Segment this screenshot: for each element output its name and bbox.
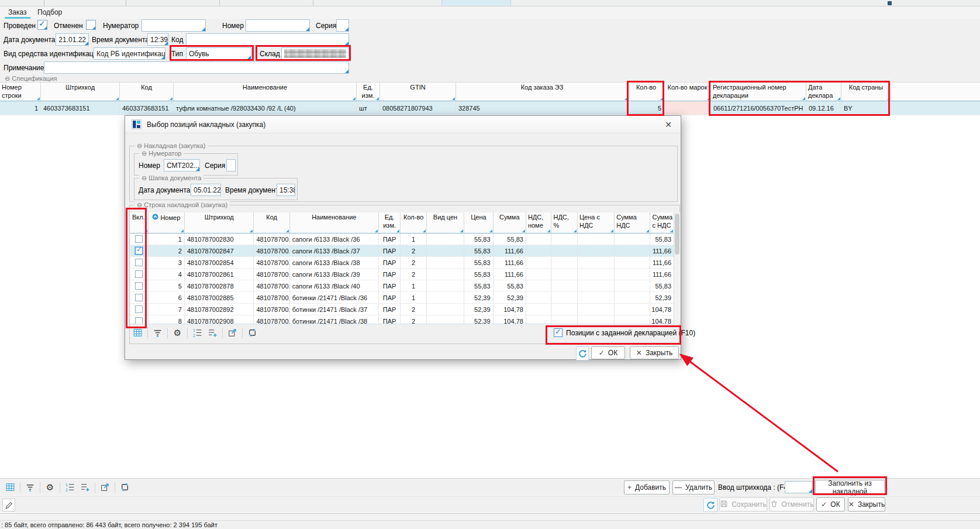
dialog-vremya-input[interactable]: 15:38 — [277, 184, 295, 196]
add-to-list-icon[interactable] — [80, 482, 91, 493]
spec-cell[interactable] — [664, 101, 711, 115]
dialog-column-header[interactable]: НДС, % — [551, 212, 578, 233]
dialog-table-cell[interactable]: 2 — [401, 245, 427, 256]
dialog-table-cell[interactable]: 1 — [401, 233, 427, 245]
kod-input[interactable] — [186, 33, 349, 46]
dialog-table-cell[interactable]: ПАР — [379, 245, 401, 256]
spec-cell[interactable]: 5 — [629, 101, 664, 115]
dialog-table-cell[interactable] — [578, 304, 615, 315]
group-numerator-label[interactable]: ⊖ Нумератор — [139, 150, 184, 157]
spec-column-header[interactable]: Кол-во — [629, 83, 664, 101]
dialog-table-cell[interactable]: 4810787002847 — [185, 245, 254, 256]
dialog-table-cell[interactable] — [615, 257, 650, 268]
dialog-table-row[interactable]: 14810787002830481078700...сапоги /6133 /… — [130, 233, 674, 245]
dialog-data-input[interactable]: 05.01.22 — [191, 184, 221, 196]
save-button[interactable]: Сохранить — [719, 497, 767, 511]
dialog-table-cell[interactable]: сапоги /6133 /Black /38 — [290, 257, 379, 268]
dialog-table-cell[interactable]: 3 — [149, 257, 185, 268]
dialog-table-cell[interactable]: ПАР — [379, 280, 401, 291]
include-row-checkbox[interactable] — [135, 235, 143, 243]
dialog-table-cell[interactable] — [427, 245, 464, 256]
otmenen-checkbox[interactable] — [86, 20, 96, 30]
dialog-table-cell[interactable]: 481078700... — [254, 292, 289, 303]
dialog-titlebar[interactable]: Выбор позиций накладных (закупка) ✕ — [125, 116, 681, 133]
table-grid-icon[interactable] — [5, 482, 16, 493]
include-row-checkbox[interactable]: ✓ — [135, 247, 143, 255]
dialog-table-cell[interactable]: 4810787002830 — [185, 233, 254, 245]
dialog-table-cell[interactable]: 481078700... — [254, 245, 289, 256]
dialog-table-cell[interactable] — [427, 257, 464, 268]
dialog-table-row[interactable]: 34810787002854481078700...сапоги /6133 /… — [130, 257, 674, 269]
dialog-table-cell[interactable]: сапоги /6133 /Black /40 — [290, 280, 379, 291]
dialog-column-header[interactable]: Ед. изм. — [379, 212, 401, 233]
spec-cell[interactable]: 09.12.16 — [806, 101, 841, 115]
include-row-checkbox[interactable] — [135, 270, 143, 278]
dialog-table-cell[interactable]: 1 — [401, 280, 427, 291]
dialog-nomer-input[interactable]: СМТ202... — [164, 159, 200, 171]
dialog-table-row[interactable]: ✓24810787002847481078700...сапоги /6133 … — [130, 245, 674, 257]
dialog-table-cell[interactable]: 52,39 — [494, 292, 526, 303]
dialog-table-cell[interactable]: 2 — [401, 315, 427, 324]
dialog-table-cell[interactable]: 55,83 — [464, 233, 493, 245]
spec-cell[interactable]: BY — [841, 101, 891, 115]
dialog-table-cell[interactable] — [615, 292, 650, 303]
dialog-table-cell[interactable]: 52,39 — [464, 292, 493, 303]
active-window-tab[interactable] — [441, 0, 511, 6]
dialog-table-cell[interactable]: 104,78 — [650, 315, 674, 324]
dialog-table-cell[interactable]: ПАР — [379, 233, 401, 245]
dialog-table-cell[interactable] — [427, 304, 464, 315]
ok-button[interactable]: ✓ОК — [816, 497, 845, 511]
spec-column-header[interactable]: Номер строки — [0, 83, 41, 101]
reload-icon[interactable] — [247, 327, 258, 338]
dialog-table-cell[interactable]: 111,66 — [650, 269, 674, 280]
dialog-table-scrollbar[interactable] — [674, 212, 680, 324]
spec-cell[interactable]: 4603373683151 — [120, 101, 174, 115]
spec-column-header[interactable]: Код заказа ЭЗ — [456, 83, 629, 101]
dialog-table-cell[interactable] — [427, 280, 464, 291]
dialog-column-header[interactable]: Сумма — [494, 212, 526, 233]
dialog-table-cell[interactable]: 55,83 — [650, 280, 674, 291]
dialog-ok-button[interactable]: ✓ОК — [591, 346, 625, 359]
dialog-table-cell[interactable]: 104,78 — [494, 304, 526, 315]
dialog-table-cell[interactable]: ПАР — [379, 292, 401, 303]
dialog-table-cell[interactable]: 6 — [149, 292, 185, 303]
dialog-column-header[interactable]: Сумма НДС — [615, 212, 650, 233]
dialog-table-cell[interactable]: 7 — [149, 304, 185, 315]
dialog-table-cell[interactable] — [578, 315, 615, 324]
dialog-table-cell[interactable]: 2 — [401, 269, 427, 280]
dialog-table-cell[interactable]: 2 — [149, 245, 185, 256]
proveden-checkbox[interactable]: ✓ — [37, 20, 47, 30]
dialog-table-cell[interactable]: ботинки /21471 /Black /36 — [290, 292, 379, 303]
dialog-table-cell[interactable]: 55,83 — [464, 269, 493, 280]
group-nakladnaya-label[interactable]: ⊖ Накладная (закупка) — [134, 142, 208, 150]
dialog-table-cell[interactable]: сапоги /6133 /Black /36 — [290, 233, 379, 245]
dialog-table-cell[interactable]: 104,78 — [650, 304, 674, 315]
include-row-checkbox[interactable] — [135, 294, 143, 301]
spec-cell[interactable]: 06611/271216/0056370ТестРН — [711, 101, 806, 115]
export-icon[interactable] — [227, 327, 238, 338]
spec-cell[interactable]: 1 — [0, 101, 41, 115]
dialog-table-cell[interactable] — [526, 304, 552, 315]
dialog-table-cell[interactable]: 4 — [149, 269, 185, 280]
numerator-input[interactable] — [142, 19, 206, 32]
numbered-list-icon[interactable]: 12 — [192, 327, 203, 338]
dialog-column-header[interactable]: Кол-во — [401, 212, 427, 233]
dialog-column-header[interactable]: Сумма с НДС — [650, 212, 674, 233]
dialog-column-header[interactable]: Цена с НДС — [578, 212, 615, 233]
spec-column-header[interactable]: Дата деклара — [806, 83, 841, 101]
dialog-table-cell[interactable] — [551, 269, 578, 280]
dialog-table-cell[interactable] — [578, 280, 615, 291]
spec-group-collapse[interactable]: ⊖ Спецификация — [5, 75, 57, 83]
dialog-table-cell[interactable] — [578, 257, 615, 268]
dialog-column-header[interactable]: Штрихкод — [185, 212, 254, 233]
add-to-list-icon[interactable] — [207, 327, 218, 338]
spec-cell[interactable]: 08058271807943 — [380, 101, 456, 115]
dialog-column-header[interactable]: Наименование — [290, 212, 379, 233]
dialog-table-cell[interactable]: ПАР — [379, 269, 401, 280]
dialog-table-cell[interactable] — [551, 292, 578, 303]
dialog-table-cell[interactable] — [578, 233, 615, 245]
dialog-table-cell[interactable]: 55,83 — [650, 233, 674, 245]
dialog-table-cell[interactable]: 111,66 — [494, 245, 526, 256]
dialog-table-cell[interactable] — [551, 233, 578, 245]
tip-input[interactable]: Обувь — [186, 47, 251, 60]
